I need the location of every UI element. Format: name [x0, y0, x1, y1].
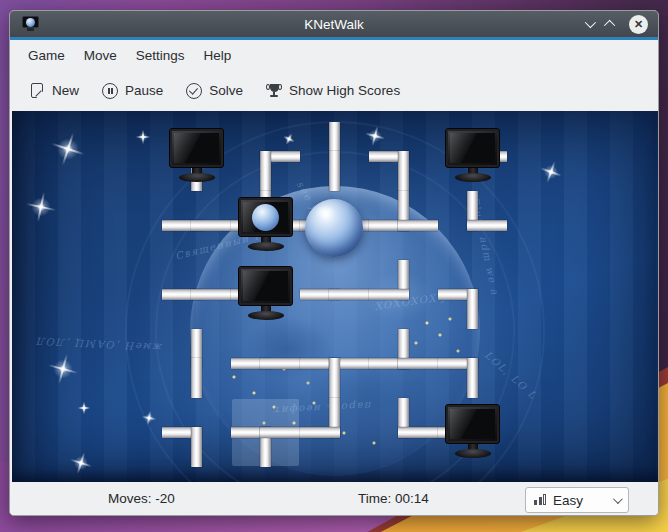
pipe-arm-R [398, 220, 438, 231]
server-monitor [238, 197, 293, 253]
status-bar: Moves: -20 Time: 00:14 Easy [10, 482, 658, 516]
monitor-screen [243, 271, 288, 301]
cell-2-3-wire[interactable] [300, 329, 369, 398]
cell-1-3-wire[interactable] [231, 329, 300, 398]
pause-button[interactable]: Pause [102, 83, 163, 99]
cell-3-3-wire[interactable] [369, 329, 438, 398]
monitor-base [455, 449, 491, 458]
cell-2-2-wire[interactable] [300, 260, 369, 329]
monitor-base [179, 173, 215, 182]
pipe-arm-R [260, 427, 300, 438]
pipe-arm-R [329, 289, 369, 300]
moves-counter: Moves: -20 [108, 482, 175, 516]
menu-item-game[interactable]: Game [28, 48, 65, 63]
cell-0-0-terminal[interactable] [162, 122, 231, 191]
cell-1-4-wire[interactable] [231, 398, 300, 467]
cell-4-0-terminal[interactable] [438, 122, 507, 191]
knetwalk-window: KNetWalk ✕ Game Move Settings Help New [9, 10, 659, 516]
monitor-bezel [445, 404, 500, 444]
titlebar[interactable]: KNetWalk ✕ [10, 11, 658, 37]
pipe-arm-D [467, 358, 478, 398]
star-sparkle [78, 402, 90, 414]
new-button[interactable]: New [29, 83, 79, 99]
pipe-arm-D [260, 151, 271, 191]
monitor-screen [450, 133, 495, 163]
cell-1-1-server[interactable] [231, 191, 300, 260]
cell-4-4-terminal[interactable] [438, 398, 507, 467]
pipe-arm-D [191, 427, 202, 467]
star-sparkle [136, 130, 150, 144]
terminal-monitor [238, 266, 293, 322]
terminal-monitor [445, 128, 500, 184]
monitor-bezel [169, 128, 224, 168]
monitor-bezel [445, 128, 500, 168]
show-high-scores-label: Show High Scores [289, 83, 400, 98]
cell-3-0-wire[interactable] [369, 122, 438, 191]
cell-1-0-wire[interactable] [231, 122, 300, 191]
game-board[interactable]: see you 3Flurb adm we aСвященный ГраалXO… [12, 111, 658, 482]
cell-0-3-wire[interactable] [162, 329, 231, 398]
difficulty-dropdown[interactable]: Easy [525, 487, 629, 513]
time-counter: Time: 00:14 [358, 482, 429, 516]
pipe-arm-L [300, 427, 340, 438]
cell-4-3-wire[interactable] [438, 329, 507, 398]
pipe-arm-D [329, 358, 340, 398]
pipe-arm-R [398, 427, 438, 438]
pipe-arm-R [191, 289, 231, 300]
star-sparkle [47, 128, 90, 171]
star-sparkle [45, 351, 82, 388]
cell-3-2-wire[interactable] [369, 260, 438, 329]
pipe-arm-D [398, 151, 409, 191]
pipe-arm-R [398, 358, 438, 369]
cell-2-0-wire[interactable] [300, 122, 369, 191]
monitor-base [248, 311, 284, 320]
cell-4-1-wire[interactable] [438, 191, 507, 260]
server-globe-screen [252, 204, 279, 231]
pipe-arm-R [467, 220, 507, 231]
terminal-monitor [445, 404, 500, 460]
cell-0-4-wire[interactable] [162, 398, 231, 467]
pipe-arm-L [369, 289, 409, 300]
solve-button[interactable]: Solve [186, 83, 243, 99]
menu-item-move[interactable]: Move [84, 48, 117, 63]
show-high-scores-button[interactable]: Show High Scores [266, 83, 400, 99]
monitor-base [248, 242, 284, 251]
menu-item-help[interactable]: Help [204, 48, 232, 63]
minimize-button[interactable] [585, 17, 596, 28]
desktop-background: KNetWalk ✕ Game Move Settings Help New [0, 0, 668, 532]
window-title: KNetWalk [10, 17, 658, 32]
pipe-arm-D [191, 358, 202, 398]
cell-0-2-wire[interactable] [162, 260, 231, 329]
monitor-screen [450, 409, 495, 439]
maximize-button[interactable] [604, 20, 615, 31]
cell-3-1-wire[interactable] [369, 191, 438, 260]
difficulty-bars-icon [534, 494, 547, 506]
star-sparkle [537, 158, 565, 186]
check-circle-icon [186, 83, 202, 99]
star-sparkle [67, 449, 95, 477]
pipe-arm-R [260, 358, 300, 369]
monitor-bezel [238, 266, 293, 306]
monitor-screen [243, 202, 288, 232]
menu-bar: Game Move Settings Help [10, 40, 658, 70]
pipe-arm-D [329, 151, 340, 191]
document-new-icon [29, 83, 45, 99]
monitor-bezel [238, 197, 293, 237]
star-sparkle [141, 410, 157, 426]
menu-item-settings[interactable]: Settings [136, 48, 185, 63]
trophy-icon [266, 83, 282, 99]
close-button[interactable]: ✕ [629, 15, 648, 34]
glossy-sphere-decoration [305, 199, 363, 257]
terminal-monitor [169, 128, 224, 184]
toolbar: New Pause Solve Show High Scores [10, 70, 658, 111]
cell-0-1-wire[interactable] [162, 191, 231, 260]
cell-3-4-wire[interactable] [369, 398, 438, 467]
pause-circle-icon [102, 83, 118, 99]
chevron-down-icon [613, 494, 623, 504]
solve-button-label: Solve [209, 83, 243, 98]
cell-1-2-terminal[interactable] [231, 260, 300, 329]
monitor-base [455, 173, 491, 182]
cell-2-4-wire[interactable] [300, 398, 369, 467]
cell-4-2-wire[interactable] [438, 260, 507, 329]
monitor-screen [174, 133, 219, 163]
